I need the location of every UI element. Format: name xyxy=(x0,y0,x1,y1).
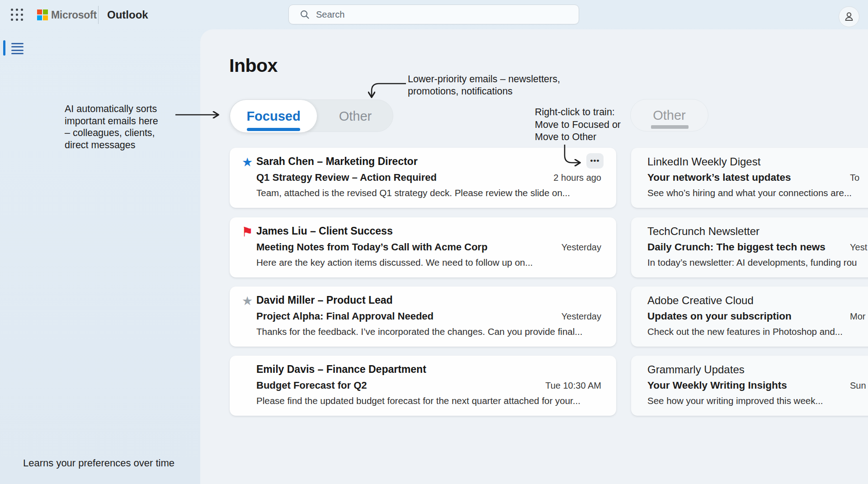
email-card-focused-4[interactable]: Emily Davis – Finance Department Budget … xyxy=(230,356,616,416)
more-options-button[interactable]: ••• xyxy=(586,153,604,169)
email-card-focused-2[interactable]: ⚑ James Liu – Client Success Meeting Not… xyxy=(230,217,616,277)
sidebar-footer-note: Learns your preferences over time xyxy=(23,457,175,469)
tab-other-label: Other xyxy=(339,109,372,123)
tab-other-column-label: Other xyxy=(653,108,686,122)
tab-other-underline xyxy=(651,125,689,129)
email-timestamp: 2 hours ago xyxy=(553,173,601,183)
search-input[interactable] xyxy=(316,9,569,20)
email-preview: Please find the updated budget forecast … xyxy=(256,395,580,406)
brand-divider xyxy=(98,6,99,24)
email-preview: In today’s newsletter: AI developments, … xyxy=(647,257,857,268)
tab-focused[interactable]: Focused xyxy=(230,100,317,132)
email-subject: Budget Forecast for Q2 xyxy=(256,380,367,391)
email-preview: Team, attached is the revised Q1 strateg… xyxy=(256,188,570,198)
email-timestamp: To xyxy=(850,173,859,183)
search-icon xyxy=(300,9,310,19)
microsoft-wordmark: Microsoft xyxy=(51,9,97,21)
email-subject: Project Alpha: Final Approval Needed xyxy=(256,310,434,322)
email-subject: Updates on your subscription xyxy=(647,310,792,322)
annotation-other-note: Lower-priority emails – newsletters, pro… xyxy=(408,73,560,98)
tab-focused-label: Focused xyxy=(246,109,300,123)
email-timestamp: Yesterday xyxy=(561,242,601,253)
annotation-train-note: Right-click to train: Move to Focused or… xyxy=(535,106,621,144)
flag-icon[interactable]: ⚑ xyxy=(240,225,255,239)
tab-focused-active-underline xyxy=(247,128,300,131)
email-sender: Emily Davis – Finance Department xyxy=(256,363,426,376)
email-preview: Check out the new features in Photoshop … xyxy=(647,326,843,337)
email-card-focused-3[interactable]: ★ David Miller – Product Lead Project Al… xyxy=(230,287,616,347)
menu-toggle-icon[interactable] xyxy=(11,43,24,54)
email-subject: Q1 Strategy Review – Action Required xyxy=(256,172,437,183)
email-card-other-3[interactable]: Adobe Creative Cloud Updates on your sub… xyxy=(631,287,868,347)
email-subject: Your network’s latest updates xyxy=(647,172,791,183)
email-sender: Sarah Chen – Marketing Director xyxy=(256,155,418,168)
top-bar: Microsoft Outlook xyxy=(0,0,868,29)
email-sender: James Liu – Client Success xyxy=(256,225,393,237)
email-preview: Here are the key action items discussed.… xyxy=(256,257,533,268)
email-timestamp: Yesterday xyxy=(561,311,601,322)
email-timestamp: Tue 10:30 AM xyxy=(545,381,601,391)
star-icon[interactable]: ★ xyxy=(240,294,255,308)
email-timestamp: Yest xyxy=(850,242,867,253)
email-sender: LinkedIn Weekly Digest xyxy=(647,155,760,168)
email-card-other-4[interactable]: Grammarly Updates Your Weekly Writing In… xyxy=(631,356,868,416)
person-icon xyxy=(843,11,855,23)
email-timestamp: Mor xyxy=(850,311,865,322)
email-sender: Adobe Creative Cloud xyxy=(647,294,754,307)
email-card-other-1[interactable]: LinkedIn Weekly Digest Your network’s la… xyxy=(631,148,868,208)
app-title: Outlook xyxy=(107,9,148,21)
microsoft-logo-icon xyxy=(37,9,48,20)
email-sender: David Miller – Product Lead xyxy=(256,294,393,306)
email-sender: Grammarly Updates xyxy=(647,363,745,376)
email-subject: Daily Crunch: The biggest tech news xyxy=(647,241,826,253)
page-title: Inbox xyxy=(229,55,278,76)
account-button[interactable] xyxy=(839,6,859,27)
email-preview: Thanks for the feedback. I’ve incorporat… xyxy=(256,326,582,337)
tab-other-column[interactable]: Other xyxy=(630,99,708,132)
email-preview: See how your writing improved this week.… xyxy=(647,395,823,406)
email-card-other-2[interactable]: TechCrunch Newsletter Daily Crunch: The … xyxy=(631,217,868,277)
email-preview: See who’s hiring and what your connectio… xyxy=(647,188,852,198)
tab-other[interactable]: Other xyxy=(317,100,394,132)
email-subject: Your Weekly Writing Insights xyxy=(647,380,787,391)
email-sender: TechCrunch Newsletter xyxy=(647,225,760,238)
inbox-tab-switch: Focused Other xyxy=(230,99,393,132)
annotation-focused-note: AI automatically sorts important emails … xyxy=(65,103,158,151)
email-timestamp: Sun xyxy=(850,381,866,391)
search-bar[interactable] xyxy=(288,5,579,24)
nav-accent-bar xyxy=(3,40,5,56)
email-subject: Meeting Notes from Today’s Call with Acm… xyxy=(256,241,487,253)
email-card-focused-1[interactable]: ★ Sarah Chen – Marketing Director Q1 Str… xyxy=(230,148,616,208)
app-launcher-icon[interactable] xyxy=(11,9,23,21)
star-icon[interactable]: ★ xyxy=(240,155,255,169)
